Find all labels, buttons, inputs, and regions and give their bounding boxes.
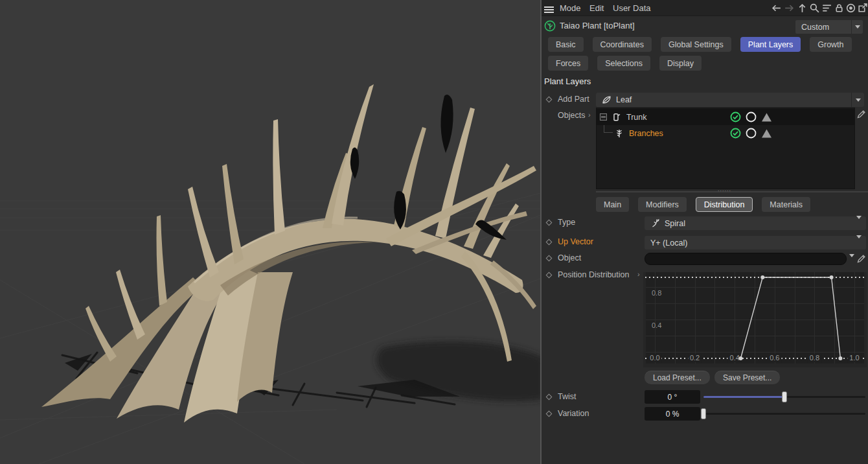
add-part-label: Add Part — [558, 95, 589, 104]
enabled-check-icon[interactable] — [730, 111, 741, 125]
shape-triangle-icon[interactable] — [761, 112, 772, 125]
object-link-field[interactable] — [645, 253, 847, 265]
variation-slider-handle[interactable] — [701, 408, 706, 419]
pick-object-pencil-icon[interactable] — [856, 109, 867, 122]
objects-expand-chevron-icon[interactable]: › — [588, 111, 591, 119]
subtab-materials[interactable]: Materials — [762, 197, 810, 212]
tree-row-trunk[interactable]: Trunk — [597, 109, 854, 125]
load-preset-button[interactable]: Load Preset... — [645, 371, 710, 384]
up-vector-dropdown[interactable]: Y+ (Local) — [645, 236, 866, 249]
leaf-icon — [601, 95, 611, 105]
add-part-value: Leaf — [611, 95, 851, 104]
enabled-check-icon[interactable] — [730, 128, 741, 141]
up-vector-label: Up Vector — [558, 237, 593, 246]
tab-basic[interactable]: Basic — [548, 37, 584, 52]
tab-row-2: Forces Selections Display — [548, 56, 702, 71]
add-part-dropdown[interactable]: Leaf — [596, 93, 864, 107]
twist-value-field[interactable]: 0 ° — [645, 390, 700, 404]
position-distribution-chevron-icon[interactable]: › — [637, 270, 640, 278]
object-pick-pencil-icon[interactable] — [856, 253, 867, 266]
filter-icon[interactable] — [821, 3, 832, 14]
object-title: Taiao Plant [toPlant] — [560, 16, 635, 36]
variation-value-field[interactable]: 0 % — [645, 407, 700, 421]
twist-slider-handle[interactable] — [782, 391, 787, 402]
twist-slider[interactable] — [703, 396, 865, 398]
twist-slider-fill — [703, 396, 784, 398]
viewport-scene — [0, 0, 540, 464]
focus-icon[interactable] — [845, 3, 856, 14]
tree-row-branches[interactable]: Branches — [597, 125, 854, 141]
hamburger-menu-icon[interactable] — [544, 5, 554, 16]
preset-dropdown-value: Custom — [795, 23, 851, 32]
subtab-main[interactable]: Main — [596, 197, 629, 212]
type-label: Type — [558, 218, 575, 227]
tab-growth[interactable]: Growth — [810, 37, 851, 52]
tab-coordinates[interactable]: Coordinates — [593, 37, 652, 52]
collapse-box-icon[interactable] — [600, 113, 607, 121]
variation-slider[interactable] — [703, 413, 865, 415]
object-dropdown-arrow-icon[interactable] — [849, 257, 854, 269]
3d-viewport[interactable] — [0, 0, 540, 464]
position-distribution-label: Position Distribution — [558, 270, 629, 279]
tab-forces[interactable]: Forces — [548, 56, 588, 71]
variation-label: Variation — [558, 409, 589, 418]
panel-separator[interactable] — [596, 191, 868, 192]
visibility-circle-icon[interactable] — [746, 111, 757, 125]
tree-item-label[interactable]: Branches — [629, 129, 663, 138]
save-preset-button[interactable]: Save Preset... — [714, 371, 780, 384]
visibility-circle-icon[interactable] — [746, 128, 757, 141]
tab-display[interactable]: Display — [659, 56, 702, 71]
menu-user-data[interactable]: User Data — [613, 0, 651, 16]
external-link-icon[interactable] — [857, 3, 868, 14]
type-value: Spiral — [660, 219, 856, 228]
lock-icon[interactable] — [834, 3, 845, 14]
add-part-arrow-icon[interactable] — [851, 93, 864, 107]
variation-value: 0 % — [666, 410, 680, 419]
objects-label: Objects — [558, 111, 585, 120]
preset-dropdown[interactable]: Custom — [795, 20, 863, 34]
forward-arrow-icon[interactable] — [784, 3, 795, 14]
tab-global-settings[interactable]: Global Settings — [661, 37, 731, 52]
objects-tree[interactable]: Trunk Branches — [596, 108, 855, 189]
tab-selections[interactable]: Selections — [597, 56, 650, 71]
twist-label: Twist — [558, 392, 576, 401]
plant-icon — [544, 20, 556, 34]
branches-icon — [614, 128, 624, 139]
shape-triangle-icon[interactable] — [761, 128, 772, 141]
app-window: Mode Edit User Data Taiao Plant [toPlant… — [0, 0, 868, 464]
subtab-modifiers[interactable]: Modifiers — [638, 197, 687, 212]
trunk-icon — [611, 111, 622, 122]
menu-edit[interactable]: Edit — [589, 0, 604, 16]
object-label: Object — [558, 253, 581, 262]
tab-row-1: Basic Coordinates Global Settings Plant … — [548, 37, 852, 52]
type-dropdown-arrow-icon[interactable] — [856, 219, 862, 228]
up-vector-value: Y+ (Local) — [645, 238, 856, 248]
subtab-distribution[interactable]: Distribution — [696, 197, 753, 212]
spiral-icon — [650, 218, 660, 228]
menu-mode[interactable]: Mode — [560, 0, 581, 16]
tree-item-label[interactable]: Trunk — [626, 113, 647, 122]
tab-plant-layers[interactable]: Plant Layers — [740, 37, 801, 52]
object-field-value — [645, 255, 651, 264]
up-arrow-icon[interactable] — [797, 3, 808, 14]
position-distribution-graph[interactable]: 0.8 0.4 0.0 0.2 0.4 0.6 0.8 1.0 — [643, 272, 867, 367]
up-vector-dropdown-arrow-icon[interactable] — [856, 238, 862, 248]
separator-grip[interactable]: ...... — [718, 187, 731, 191]
distribution-spline[interactable] — [643, 272, 867, 367]
back-arrow-icon[interactable] — [771, 3, 782, 14]
twist-value: 0 ° — [668, 393, 678, 402]
type-dropdown[interactable]: Spiral — [645, 216, 866, 230]
subtab-row: Main Modifiers Distribution Materials — [596, 197, 810, 212]
section-title: Plant Layers — [544, 76, 591, 86]
preset-dropdown-arrow-icon[interactable] — [851, 20, 863, 34]
search-icon[interactable] — [809, 3, 820, 14]
